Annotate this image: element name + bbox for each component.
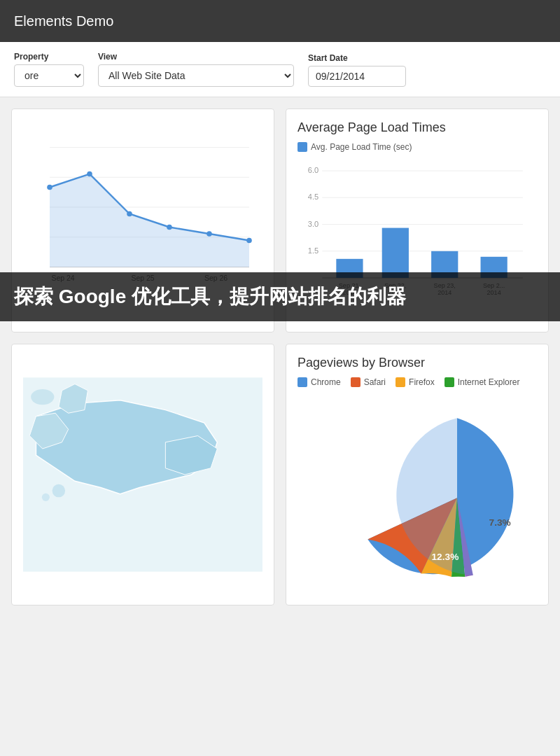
chrome-legend-label: Chrome <box>311 377 341 387</box>
svg-text:Sep 21,: Sep 21, <box>339 282 360 289</box>
svg-text:2014: 2014 <box>438 289 451 296</box>
svg-text:4.5: 4.5 <box>308 192 318 201</box>
property-filter-group: Property ore <box>14 52 84 87</box>
svg-point-10 <box>167 225 172 230</box>
property-select[interactable]: ore <box>14 64 84 87</box>
chrome-legend-color <box>298 377 307 387</box>
header-title: Elements Demo <box>14 13 113 29</box>
svg-text:Sep 24: Sep 24 <box>51 274 74 282</box>
legend-firefox: Firefox <box>396 377 435 387</box>
view-select[interactable]: All Web Site Data <box>98 64 294 87</box>
bar-legend-color <box>298 142 307 152</box>
safari-legend-label: Safari <box>364 377 386 387</box>
svg-text:7.3%: 7.3% <box>489 517 511 528</box>
pie-chart-title: Pageviews by Browser <box>298 356 537 370</box>
firefox-legend-label: Firefox <box>409 377 435 387</box>
bar-chart-svg: 6.0 4.5 3.0 1.5 Sep 21, 2014 Sep 2 <box>298 159 537 314</box>
svg-rect-28 <box>431 251 458 278</box>
pie-chart-legend: Chrome Safari Firefox Internet Explorer <box>298 377 537 387</box>
property-label: Property <box>14 52 84 62</box>
line-chart-card: Sep 24 Sep 25 Sep 26 <box>11 108 274 332</box>
svg-text:Sep 2...: Sep 2... <box>483 282 505 289</box>
bar-chart-title: Average Page Load Times <box>298 120 537 135</box>
svg-text:2014: 2014 <box>388 289 402 296</box>
view-filter-group: View All Web Site Data <box>98 52 294 87</box>
ie-legend-label: Internet Explorer <box>458 377 520 387</box>
bar-chart-legend: Avg. Page Load Time (sec) <box>298 142 537 152</box>
dashboard: Sep 24 Sep 25 Sep 26 Average Page Load T… <box>0 97 560 617</box>
map-svg <box>23 356 262 594</box>
svg-point-39 <box>31 389 54 405</box>
svg-point-8 <box>87 172 92 177</box>
safari-legend-color <box>351 377 360 387</box>
firefox-legend-color <box>396 377 405 387</box>
filter-bar: Property ore View All Web Site Data Star… <box>0 42 560 97</box>
start-date-filter-group: Start Date <box>308 53 406 87</box>
view-label: View <box>98 52 294 62</box>
ie-legend-color <box>444 377 454 387</box>
svg-text:12.3%: 12.3% <box>432 552 459 562</box>
legend-safari: Safari <box>351 377 386 387</box>
svg-text:2014: 2014 <box>342 289 356 296</box>
pie-chart-card: Pageviews by Browser Chrome Safari Firef… <box>286 344 549 606</box>
pie-svg: 7.3% 12.3% <box>298 394 537 594</box>
svg-point-12 <box>246 238 252 244</box>
bar-legend-item: Avg. Page Load Time (sec) <box>298 142 412 152</box>
svg-text:Sep 23,: Sep 23, <box>434 282 456 289</box>
bar-legend-label: Avg. Page Load Time (sec) <box>311 142 412 152</box>
svg-text:Sep 26: Sep 26 <box>204 274 227 282</box>
app-header: Elements Demo <box>0 0 560 42</box>
legend-chrome: Chrome <box>298 377 341 387</box>
svg-point-40 <box>52 484 65 497</box>
svg-text:Sep 22,: Sep 22, <box>384 282 406 289</box>
svg-text:1.5: 1.5 <box>308 246 318 255</box>
start-date-label: Start Date <box>308 53 406 63</box>
bar-chart-card: Average Page Load Times Avg. Page Load T… <box>286 108 549 332</box>
svg-point-11 <box>206 231 212 237</box>
svg-text:3.0: 3.0 <box>308 220 318 228</box>
svg-rect-26 <box>336 259 363 278</box>
svg-point-9 <box>127 211 132 217</box>
svg-text:6.0: 6.0 <box>308 166 318 174</box>
start-date-input[interactable] <box>308 66 406 87</box>
svg-rect-27 <box>382 228 409 278</box>
svg-text:2014: 2014 <box>487 289 501 296</box>
svg-text:Sep 25: Sep 25 <box>131 274 154 282</box>
line-chart-svg: Sep 24 Sep 25 Sep 26 <box>23 120 262 321</box>
legend-ie: Internet Explorer <box>444 377 520 387</box>
map-chart-card <box>11 344 274 606</box>
svg-point-7 <box>47 185 52 190</box>
svg-rect-29 <box>481 257 507 278</box>
svg-point-41 <box>42 493 50 501</box>
